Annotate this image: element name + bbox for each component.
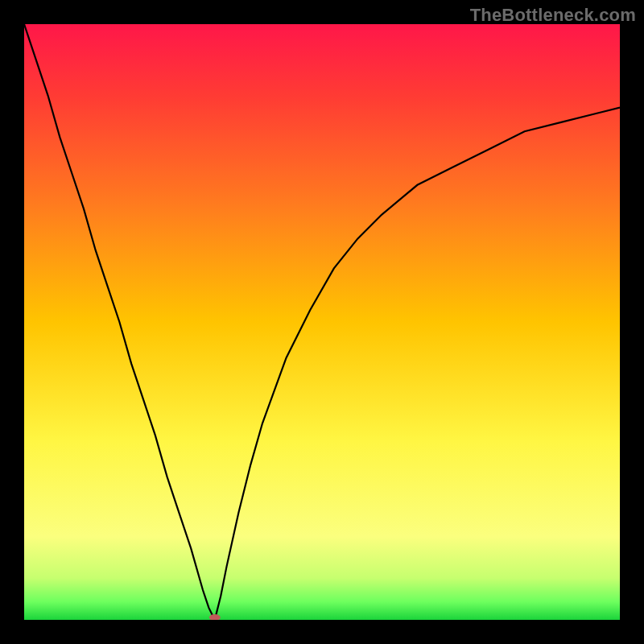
chart-frame: TheBottleneck.com: [0, 0, 644, 644]
watermark-text: TheBottleneck.com: [470, 5, 636, 26]
plot-area: [24, 24, 620, 620]
chart-svg: [24, 24, 620, 620]
gradient-background: [24, 24, 620, 620]
